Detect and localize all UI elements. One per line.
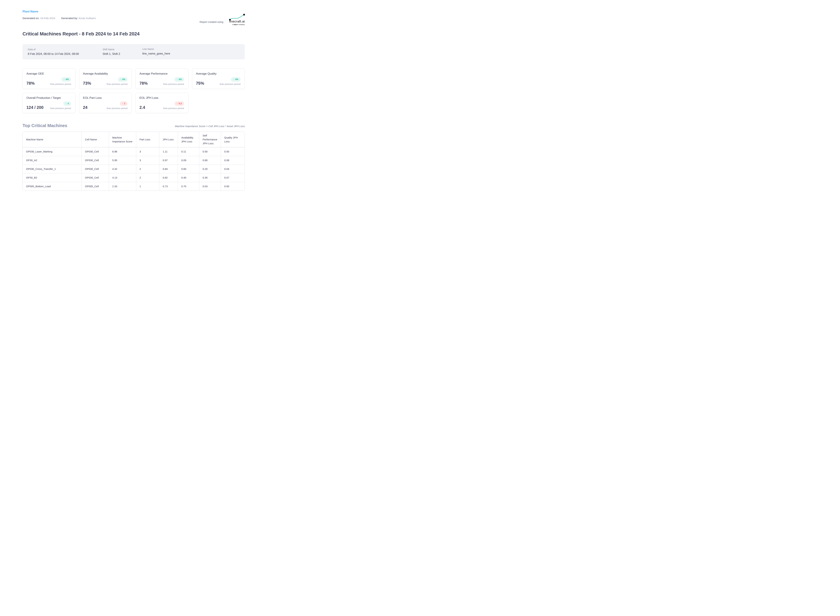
brand-block: Report created using linecraft.ai a wipr…: [200, 14, 245, 25]
kpi-card-eol-part-loss: EOL Part Loss 24 ↑ 2 than previous perio…: [79, 93, 132, 113]
column-header-availability-jph-loss: Availability JPH Loss: [178, 132, 199, 147]
kpi-card-average-oee: Average OEE 78% ↑ 4% than previous perio…: [22, 69, 75, 89]
kpi-delta-value: 4%: [122, 78, 125, 81]
info-item-shift-name: Shift Name Shift 1, Shift 2: [103, 48, 120, 56]
kpi-value: 124 / 200: [26, 106, 44, 110]
linecraft-logo: linecraft.ai a wipro company: [226, 14, 245, 25]
logo-tagline: a wipro company: [232, 24, 245, 25]
table-header-row: Machine Name Cell Name Machine Importanc…: [23, 132, 245, 147]
cell-availability-jph-loss: 0.09: [178, 156, 199, 164]
kpi-title: Average Performance: [140, 72, 184, 75]
cell-self-performance-jph-loss: 0.20: [199, 164, 221, 173]
cell-cell-name: OP030_Cell: [81, 173, 109, 182]
kpi-delta-value: 2: [124, 102, 125, 105]
cell-machine-importance-score: 2.33: [109, 182, 136, 191]
cell-machine-importance-score: 4.13: [109, 173, 136, 182]
kpi-value: 24: [83, 106, 88, 110]
kpi-delta-value: 0.2: [179, 102, 182, 105]
header-left: Plant Name Generated on: 16-Feb-2024 Gen…: [22, 10, 95, 20]
cell-cell-name: OP030_Cell: [81, 164, 109, 173]
critical-machines-table: Machine Name Cell Name Machine Importanc…: [22, 132, 245, 191]
kpi-title: Average Availability: [83, 72, 128, 75]
cell-machine-importance-score: 4.32: [109, 164, 136, 173]
plant-name-link[interactable]: Plant Name: [22, 10, 95, 13]
cell-self-performance-jph-loss: 0.35: [199, 173, 221, 182]
report-info-bar: Data of 8 Feb 2024, 08:00 to 14 Feb 2024…: [22, 44, 245, 59]
table-row: OP30_B2 OP030_Cell 4.13 2 0.82 0.40 0.35…: [23, 173, 245, 182]
kpi-delta-value: 4%: [66, 78, 69, 81]
cell-quality-jph-loss: 0.07: [221, 173, 245, 182]
cell-cell-name: OP030_Cell: [81, 156, 109, 164]
info-value: 8 Feb 2024, 08:00 to 14 Feb 2024, 08:00: [28, 52, 79, 56]
column-header-machine-name: Machine Name: [23, 132, 81, 147]
info-item-line-name: Line Name line_name_goes_here: [142, 48, 170, 55]
kpi-note: than previous period: [50, 83, 71, 86]
kpi-delta-badge: ↑ 4%: [62, 77, 71, 82]
info-label: Line Name: [142, 48, 170, 50]
cell-jph-loss: 0.82: [159, 173, 178, 182]
up-arrow-icon: ↑: [63, 78, 65, 81]
up-arrow-icon: ↑: [66, 102, 67, 105]
cell-quality-jph-loss: 0.00: [221, 182, 245, 191]
table-row: OP005_Bottom_Load OP005_Cell 2.33 1 0.73…: [23, 182, 245, 191]
up-arrow-icon: ↑: [122, 102, 123, 105]
cell-availability-jph-loss: 0.11: [178, 147, 199, 156]
generated-on-value: 16-Feb-2024: [40, 17, 55, 20]
cell-machine-name: OP30_A2: [23, 156, 81, 164]
kpi-delta-badge: ↑ 0.2: [175, 101, 184, 106]
kpi-card-overall-production-target: Overall Production / Target 124 / 200 ↑ …: [22, 93, 75, 113]
kpi-value: 78%: [140, 81, 148, 86]
kpi-value: 78%: [26, 81, 35, 86]
cell-machine-name: OP30_B2: [23, 173, 81, 182]
cell-self-performance-jph-loss: 0.03: [199, 182, 221, 191]
kpi-delta-value: 4%: [235, 78, 238, 81]
kpi-value: 2.4: [140, 106, 145, 110]
kpi-delta-badge: ↑ 2: [120, 101, 128, 106]
cell-part-loss: 2: [136, 164, 159, 173]
kpi-value: 75%: [196, 81, 204, 86]
kpi-delta-value: 4%: [179, 78, 182, 81]
up-arrow-icon: ↑: [177, 102, 178, 105]
kpi-grid: Average OEE 78% ↑ 4% than previous perio…: [22, 69, 245, 113]
tagline-wipro: wipro: [233, 24, 238, 25]
cell-availability-jph-loss: 0.60: [178, 164, 199, 173]
section-header: Top Critical Machines Machine Importance…: [22, 123, 245, 128]
cell-part-loss: 3: [136, 147, 159, 156]
kpi-delta-badge: ↑ 4: [63, 101, 71, 106]
cell-part-loss: 1: [136, 182, 159, 191]
report-page: Plant Name Generated on: 16-Feb-2024 Gen…: [0, 0, 267, 198]
table-row: OP30_A2 OP030_Cell 5.95 3 0.97 0.09 0.80…: [23, 156, 245, 164]
cell-quality-jph-loss: 0.08: [221, 156, 245, 164]
cell-cell-name: OP030_Cell: [81, 147, 109, 156]
info-value: Shift 1, Shift 2: [103, 52, 120, 56]
page-header: Plant Name Generated on: 16-Feb-2024 Gen…: [22, 10, 245, 25]
kpi-title: EOL Part Loss: [83, 96, 128, 100]
column-header-cell-name: Cell Name: [81, 132, 109, 147]
kpi-delta-badge: ↑ 4%: [174, 77, 184, 82]
kpi-delta-badge: ↑ 4%: [118, 77, 128, 82]
info-value: line_name_goes_here: [142, 52, 170, 55]
cell-self-performance-jph-loss: 0.50: [199, 147, 221, 156]
up-arrow-icon: ↑: [233, 78, 234, 81]
up-arrow-icon: ↑: [176, 78, 178, 81]
column-header-machine-importance-score: Machine Importance Score: [109, 132, 136, 147]
table-row: OP030_Cross_Transfer_1 OP030_Cell 4.32 2…: [23, 164, 245, 173]
section-formula-note: Machine Importance Score = Cell JPH Loss…: [175, 125, 245, 128]
cell-machine-name: OP005_Bottom_Load: [23, 182, 81, 191]
kpi-delta-value: 4: [68, 102, 69, 105]
kpi-title: Overall Production / Target: [26, 96, 71, 100]
cell-availability-jph-loss: 0.40: [178, 173, 199, 182]
kpi-title: Average Quality: [196, 72, 241, 75]
kpi-value: 73%: [83, 81, 91, 86]
kpi-card-eol-jph-loss: EOL JPH Loss 2.4 ↑ 0.2 than previous per…: [135, 93, 188, 113]
kpi-card-average-availability: Average Availability 73% ↑ 4% than previ…: [79, 69, 132, 89]
created-using-label: Report created using: [200, 21, 223, 23]
cell-part-loss: 2: [136, 173, 159, 182]
column-header-self-performance-jph-loss: Self Performance JPH Loss: [199, 132, 221, 147]
generated-by-label: Generated by:: [61, 17, 78, 20]
info-label: Shift Name: [103, 48, 120, 51]
tagline-suffix: company: [238, 24, 245, 25]
cell-machine-importance-score: 6.96: [109, 147, 136, 156]
section-title: Top Critical Machines: [22, 123, 68, 128]
kpi-note: than previous period: [163, 83, 184, 86]
